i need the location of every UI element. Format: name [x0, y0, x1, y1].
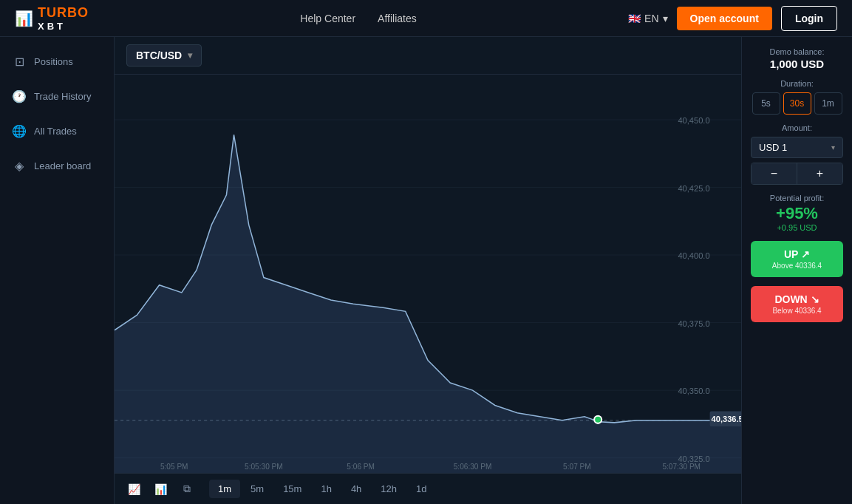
- pair-dropdown-icon: ▾: [188, 50, 192, 61]
- header-right: 🇬🇧 EN ▾ Open account Login: [628, 6, 837, 31]
- svg-text:5:06:30 PM: 5:06:30 PM: [454, 463, 492, 471]
- svg-text:40,375.0: 40,375.0: [678, 319, 709, 328]
- open-account-button[interactable]: Open account: [677, 7, 772, 30]
- svg-text:5:06 PM: 5:06 PM: [347, 463, 375, 471]
- sidebar-item-label: All Trades: [34, 126, 77, 137]
- pair-label: BTC/USD: [136, 50, 182, 61]
- amount-selector[interactable]: USD 1 ▾: [751, 137, 843, 158]
- leader-board-icon: ◈: [12, 159, 27, 173]
- line-chart-icon-btn[interactable]: 📈: [122, 477, 146, 501]
- duration-label: Duration:: [751, 79, 843, 88]
- demo-balance-label: Demo balance:: [751, 47, 843, 56]
- nav-help-center[interactable]: Help Center: [300, 13, 355, 24]
- duration-buttons: 5s 30s 1m: [751, 92, 843, 115]
- all-trades-icon: 🌐: [12, 124, 27, 138]
- main-nav: Help Center Affiliates: [300, 13, 416, 24]
- chart-area: BTC/USD ▾: [115, 37, 741, 504]
- logo-text: TURBO XBT: [38, 5, 89, 32]
- logo-xbt: XBT: [38, 21, 89, 32]
- sidebar-item-label: Leader board: [34, 160, 91, 171]
- down-button[interactable]: DOWN ↘ Below 40336.4: [751, 286, 843, 322]
- sidebar-item-leader-board[interactable]: ◈ Leader board: [0, 149, 114, 183]
- positions-icon: ⊡: [12, 55, 27, 69]
- tf-1h[interactable]: 1h: [312, 480, 340, 498]
- nav-affiliates[interactable]: Affiliates: [378, 13, 417, 24]
- tf-5m[interactable]: 5m: [242, 480, 273, 498]
- amount-section: Amount: USD 1 ▾ − +: [751, 123, 843, 185]
- sidebar-item-trade-history[interactable]: 🕐 Trade History: [0, 79, 114, 114]
- tf-15m[interactable]: 15m: [274, 480, 310, 498]
- sidebar: ⊡ Positions 🕐 Trade History 🌐 All Trades…: [0, 37, 115, 504]
- trade-history-icon: 🕐: [12, 89, 27, 103]
- chart-svg: 40,450.0 40,425.0 40,400.0 40,375.0 40,3…: [115, 75, 741, 473]
- tf-1m[interactable]: 1m: [209, 480, 240, 498]
- demo-balance-value: 1,000 USD: [751, 58, 843, 70]
- sidebar-item-label: Trade History: [34, 91, 92, 102]
- svg-text:5:07 PM: 5:07 PM: [563, 463, 591, 471]
- chart-header: BTC/USD ▾: [115, 37, 741, 75]
- logo: 📊 TURBO XBT: [15, 5, 89, 32]
- demo-balance: Demo balance: 1,000 USD: [751, 47, 843, 70]
- svg-marker-7: [115, 134, 741, 473]
- profit-usd: +0.95 USD: [751, 223, 843, 232]
- svg-text:40,450.0: 40,450.0: [678, 116, 709, 125]
- svg-text:5:05 PM: 5:05 PM: [160, 463, 188, 471]
- main-layout: ⊡ Positions 🕐 Trade History 🌐 All Trades…: [0, 37, 852, 504]
- svg-text:40,400.0: 40,400.0: [678, 251, 709, 260]
- svg-text:40,425.0: 40,425.0: [678, 184, 709, 193]
- potential-profit-section: Potential profit: +95% +0.95 USD: [751, 194, 843, 232]
- tf-12h[interactable]: 12h: [372, 480, 406, 498]
- duration-section: Duration: 5s 30s 1m: [751, 79, 843, 115]
- stepper-plus[interactable]: +: [797, 163, 842, 184]
- svg-text:40,350.0: 40,350.0: [678, 386, 709, 395]
- header: 📊 TURBO XBT Help Center Affiliates 🇬🇧 EN…: [0, 0, 852, 37]
- candle-chart-icon-btn[interactable]: ⧉: [175, 477, 199, 501]
- tf-1d[interactable]: 1d: [407, 480, 435, 498]
- flag-icon: 🇬🇧: [628, 13, 641, 24]
- right-panel: Demo balance: 1,000 USD Duration: 5s 30s…: [741, 37, 852, 504]
- timeframe-tabs: 1m 5m 15m 1h 4h 12h 1d: [209, 480, 436, 498]
- up-button[interactable]: UP ↗ Above 40336.4: [751, 241, 843, 277]
- profit-percent: +95%: [751, 204, 843, 223]
- svg-text:5:05:30 PM: 5:05:30 PM: [245, 463, 283, 471]
- login-button[interactable]: Login: [781, 6, 837, 31]
- lang-selector[interactable]: 🇬🇧 EN ▾: [628, 13, 667, 24]
- amount-value: USD 1: [759, 142, 787, 153]
- down-sub-label: Below 40336.4: [772, 307, 821, 315]
- up-label: UP ↗: [784, 248, 810, 260]
- sidebar-item-all-trades[interactable]: 🌐 All Trades: [0, 114, 114, 149]
- tf-4h[interactable]: 4h: [342, 480, 370, 498]
- logo-turbo: TURBO: [38, 5, 89, 21]
- amount-dropdown-icon: ▾: [831, 143, 835, 151]
- svg-text:40,336.5: 40,336.5: [712, 415, 741, 423]
- lang-label: EN: [644, 13, 658, 24]
- sidebar-item-positions[interactable]: ⊡ Positions: [0, 44, 114, 79]
- up-sub-label: Above 40336.4: [772, 262, 822, 270]
- pair-selector[interactable]: BTC/USD ▾: [126, 44, 202, 67]
- chart-bottom-toolbar: 📈 📊 ⧉ 1m 5m 15m 1h 4h 12h 1d: [115, 473, 741, 504]
- svg-text:5:07:30 PM: 5:07:30 PM: [662, 463, 701, 471]
- dur-1m[interactable]: 1m: [814, 92, 842, 115]
- stepper-minus[interactable]: −: [752, 163, 797, 184]
- stepper: − +: [751, 163, 843, 185]
- chart-canvas: 40,450.0 40,425.0 40,400.0 40,375.0 40,3…: [115, 75, 741, 473]
- down-label: DOWN ↘: [774, 293, 819, 305]
- dur-30s[interactable]: 30s: [783, 92, 811, 115]
- dur-5s[interactable]: 5s: [752, 92, 780, 115]
- bar-chart-icon-btn[interactable]: 📊: [149, 477, 172, 501]
- potential-profit-label: Potential profit:: [751, 194, 843, 202]
- sidebar-item-label: Positions: [34, 56, 73, 67]
- svg-point-8: [594, 416, 601, 423]
- lang-chevron-icon: ▾: [663, 13, 668, 24]
- logo-icon: 📊: [15, 10, 33, 27]
- amount-label: Amount:: [751, 123, 843, 132]
